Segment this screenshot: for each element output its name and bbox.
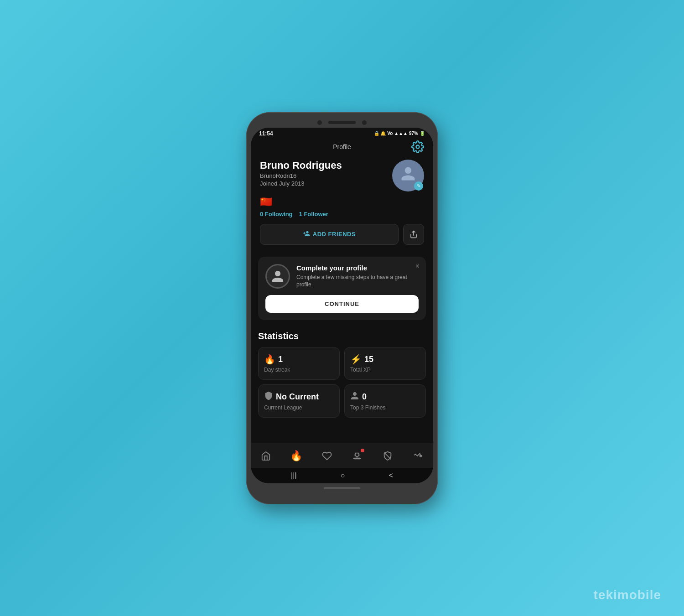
following-link[interactable]: 0 Following bbox=[260, 211, 293, 217]
avatar-user-icon bbox=[400, 166, 416, 186]
avatar-edit-badge[interactable]: ✎ bbox=[414, 181, 423, 191]
card-profile-icon bbox=[265, 264, 290, 289]
status-right: 🔒 🔔 Vo ▲▲▲ 97% 🔋 bbox=[374, 131, 425, 136]
nav-shield[interactable] bbox=[378, 448, 397, 464]
profile-username: BrunoRodri16 bbox=[260, 172, 392, 179]
profile-info: Bruno Rodrigues BrunoRodri16 Joined July… bbox=[260, 160, 392, 187]
stat-card-top3: 0 Top 3 Finishes bbox=[344, 384, 426, 418]
nav-home[interactable] bbox=[257, 448, 275, 464]
stat-card-xp: ⚡ 15 Total XP bbox=[344, 347, 426, 380]
complete-profile-card: × Complete your profile Complete a few m… bbox=[258, 257, 426, 321]
top3-icon bbox=[350, 391, 359, 403]
nav-characters[interactable]: 🔥 bbox=[287, 448, 306, 464]
phone-top-bar bbox=[251, 117, 433, 128]
android-back-btn[interactable]: < bbox=[389, 471, 393, 480]
card-close-button[interactable]: × bbox=[415, 262, 420, 270]
stat-xp-top: ⚡ 15 bbox=[350, 354, 420, 365]
card-text-area: Complete your profile Complete a few mis… bbox=[296, 264, 419, 289]
phone-camera bbox=[317, 120, 322, 125]
android-home-btn[interactable]: ○ bbox=[341, 471, 345, 480]
follower-text: Follower bbox=[304, 211, 328, 217]
bottom-nav: 🔥 bbox=[251, 443, 433, 468]
app-header: Profile bbox=[251, 139, 433, 155]
phone-screen: 11:54 🔒 🔔 Vo ▲▲▲ 97% 🔋 Profile bbox=[251, 128, 433, 483]
svg-rect-2 bbox=[354, 458, 361, 459]
xp-icon: ⚡ bbox=[350, 354, 362, 365]
xp-label: Total XP bbox=[350, 367, 420, 373]
card-description: Complete a few missing steps to have a g… bbox=[296, 274, 419, 289]
streak-icon: 🔥 bbox=[264, 354, 275, 365]
nav-hearts[interactable] bbox=[318, 448, 336, 464]
stat-card-streak: 🔥 1 Day streak bbox=[258, 347, 340, 380]
following-text: Following bbox=[265, 211, 293, 217]
android-nav: ||| ○ < bbox=[251, 468, 433, 483]
leagues-badge bbox=[361, 449, 364, 452]
league-icon bbox=[264, 391, 273, 403]
country-flag: 🇨🇳 bbox=[260, 196, 272, 207]
phone-shell: 11:54 🔒 🔔 Vo ▲▲▲ 97% 🔋 Profile bbox=[246, 112, 438, 504]
top3-value: 0 bbox=[362, 392, 367, 402]
phone-camera-2 bbox=[362, 120, 367, 125]
phone-bottom-notch bbox=[324, 487, 360, 489]
card-title: Complete your profile bbox=[296, 264, 419, 272]
android-menu-btn[interactable]: ||| bbox=[291, 471, 296, 480]
status-battery: 97% bbox=[409, 131, 418, 136]
profile-title: Profile bbox=[333, 143, 351, 150]
add-friends-button[interactable]: ADD FRIENDS bbox=[260, 224, 399, 245]
streak-label: Day streak bbox=[264, 367, 334, 373]
follower-count: 1 bbox=[299, 211, 302, 217]
add-friends-label: ADD FRIENDS bbox=[313, 231, 356, 238]
stat-top3-top: 0 bbox=[350, 391, 420, 403]
follow-row: 0 Following 1 Follower bbox=[260, 211, 424, 217]
action-row: ADD FRIENDS bbox=[260, 224, 424, 245]
status-time: 11:54 bbox=[259, 130, 273, 137]
nav-leagues[interactable] bbox=[348, 448, 366, 464]
svg-point-0 bbox=[416, 145, 420, 148]
stat-streak-top: 🔥 1 bbox=[264, 354, 334, 365]
stat-card-league: No Current Current League bbox=[258, 384, 340, 418]
follower-link[interactable]: 1 Follower bbox=[299, 211, 328, 217]
phone-bottom-bar bbox=[251, 483, 433, 492]
watermark: tekimobile bbox=[594, 588, 661, 602]
following-count: 0 bbox=[260, 211, 263, 217]
nav-announcements[interactable] bbox=[409, 448, 427, 464]
statistics-section: Statistics 🔥 1 Day streak ⚡ 15 bbox=[251, 325, 433, 422]
settings-icon[interactable] bbox=[411, 140, 424, 153]
battery-icon: 🔋 bbox=[420, 131, 425, 136]
card-body: Complete your profile Complete a few mis… bbox=[265, 264, 419, 289]
status-signal: ▲▲▲ bbox=[394, 131, 408, 136]
top3-label: Top 3 Finishes bbox=[350, 404, 420, 411]
status-icons: 🔒 🔔 Vo bbox=[374, 131, 393, 136]
stat-league-top: No Current bbox=[264, 391, 334, 403]
streak-value: 1 bbox=[278, 355, 283, 364]
profile-name: Bruno Rodrigues bbox=[260, 160, 392, 171]
share-button[interactable] bbox=[403, 224, 424, 245]
xp-value: 15 bbox=[364, 355, 373, 364]
profile-top: Bruno Rodrigues BrunoRodri16 Joined July… bbox=[260, 160, 424, 192]
flag-row: 🇨🇳 bbox=[260, 196, 424, 208]
profile-joined: Joined July 2013 bbox=[260, 180, 392, 187]
statistics-title: Statistics bbox=[258, 331, 426, 342]
status-bar: 11:54 🔒 🔔 Vo ▲▲▲ 97% 🔋 bbox=[251, 128, 433, 139]
league-label: Current League bbox=[264, 404, 334, 411]
app-content: Profile Bruno Rodrigues BrunoRodri16 Joi… bbox=[251, 139, 433, 443]
profile-section: Bruno Rodrigues BrunoRodri16 Joined July… bbox=[251, 155, 433, 252]
league-value: No Current bbox=[276, 392, 319, 402]
profile-avatar[interactable]: ✎ bbox=[392, 160, 424, 192]
add-friends-icon bbox=[303, 230, 310, 238]
phone-speaker bbox=[328, 121, 356, 124]
continue-button[interactable]: CONTINUE bbox=[265, 295, 419, 313]
stats-grid: 🔥 1 Day streak ⚡ 15 Total XP bbox=[258, 347, 426, 418]
